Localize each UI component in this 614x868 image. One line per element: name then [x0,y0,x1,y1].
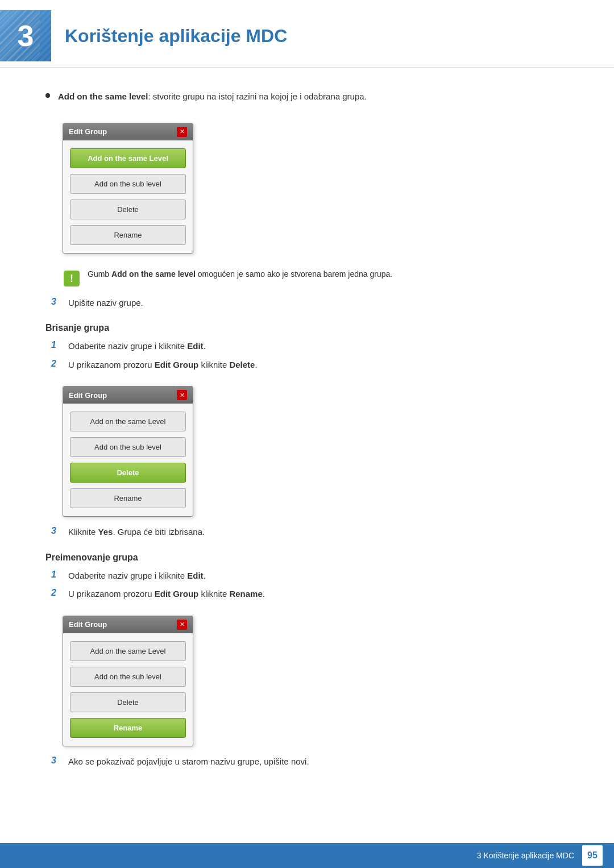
chapter-header: 3 Korištenje aplikacije MDC [0,0,614,68]
same-level-bullet-text: Add on the same level: stvorite grupu na… [58,90,367,103]
same-level-bullet: Add on the same level: stvorite grupu na… [45,90,569,103]
note1-suffix: omogućen je samo ako je stvorena barem j… [196,269,392,279]
dialog3-btn-delete[interactable]: Delete [70,692,186,712]
dialog3-btn-rename[interactable]: Rename [70,718,186,738]
dialog1-container: Edit Group ✕ Add on the same Level Add o… [63,123,193,254]
footer-text: 3 Korištenje aplikacije MDC [477,851,574,860]
dialog1-btn-sub-level[interactable]: Add on the sub level [70,174,186,194]
brisanje-step2-number: 2 [51,359,68,369]
dialog2-close-button[interactable]: ✕ [177,390,187,400]
brisanje-step2-text: U prikazanom prozoru Edit Group kliknite… [68,359,258,372]
preimenovanje-step1: 1 Odaberite naziv grupe i kliknite Edit. [51,570,569,583]
step-3-number: 3 [51,297,68,307]
preimenovanje-step1-number: 1 [51,570,68,580]
dialog1-titlebar: Edit Group ✕ [63,123,193,140]
dialog2-titlebar: Edit Group ✕ [63,387,193,404]
chapter-title: Korištenje aplikacije MDC [65,26,287,47]
dialog2-body: Add on the same Level Add on the sub lev… [63,404,193,516]
chapter-number: 3 [18,19,34,53]
brisanje-yes-bold: Yes [98,527,113,537]
dialog2-btn-delete[interactable]: Delete [70,463,186,483]
dialog2-btn-same-level[interactable]: Add on the same Level [70,412,186,431]
dialog1-body: Add on the same Level Add on the sub lev… [63,140,193,253]
preimenovanje-step1-text: Odaberite naziv grupe i kliknite Edit. [68,570,206,583]
preimenovanje-step1-edit: Edit [187,571,203,580]
step-3-text: Upišite naziv grupe. [68,297,143,310]
preimenovanje-step2-number: 2 [51,588,68,598]
same-level-suffix: : stvorite grupu na istoj razini na kojo… [148,92,366,101]
preimenovanje-heading: Preimenovanje grupa [45,553,569,563]
dialog2-container: Edit Group ✕ Add on the same Level Add o… [63,386,193,517]
dialog3-title: Edit Group [69,620,107,629]
preimenovanje-step2-rename: Rename [229,589,262,599]
preimenovanje-step3-number: 3 [51,755,68,766]
brisanje-step3: 3 Kliknite Yes. Grupa će biti izbrisana. [51,526,569,539]
chapter-number-box: 3 [0,10,51,61]
footer-page-number: 95 [582,845,603,866]
main-content: Add on the same level: stvorite grupu na… [0,85,614,808]
dialog3-btn-sub-level[interactable]: Add on the sub level [70,667,186,687]
same-level-bold: Add on the same level [58,92,148,101]
dialog3-container: Edit Group ✕ Add on the same Level Add o… [63,616,193,746]
dialog2-title: Edit Group [69,391,107,400]
brisanje-step1-edit: Edit [187,341,203,351]
note1-bold: Add on the same level [111,269,196,279]
page-footer: 3 Korištenje aplikacije MDC 95 [0,843,614,868]
note-icon: ! [63,269,81,288]
same-level-section: Add on the same level: stvorite grupu na… [45,90,569,103]
dialog3-titlebar: Edit Group ✕ [63,616,193,633]
brisanje-step1-number: 1 [51,340,68,350]
bullet-dot [45,93,50,98]
brisanje-step2-delete: Delete [229,360,255,369]
dialog1-title: Edit Group [69,127,107,136]
brisanje-step1-text: Odaberite naziv grupe i kliknite Edit. [68,340,206,353]
dialog3-close-button[interactable]: ✕ [177,620,187,630]
step-3-upisite: 3 Upišite naziv grupe. [51,297,569,310]
brisanje-step2: 2 U prikazanom prozoru Edit Group klikni… [51,359,569,372]
dialog2-box: Edit Group ✕ Add on the same Level Add o… [63,386,193,517]
brisanje-heading: Brisanje grupa [45,323,569,333]
brisanje-step3-text: Kliknite Yes. Grupa će biti izbrisana. [68,526,205,539]
note1-text: Gumb Add on the same level omogućen je s… [88,268,392,280]
dialog1-btn-delete[interactable]: Delete [70,200,186,219]
note1-box: ! Gumb Add on the same level omogućen je… [63,268,569,288]
preimenovanje-step3: 3 Ako se pokazivač pojavljuje u starom n… [51,755,569,769]
dialog3-btn-same-level[interactable]: Add on the same Level [70,641,186,661]
brisanje-step3-number: 3 [51,526,68,536]
preimenovanje-step2-editgroup: Edit Group [155,589,199,599]
svg-text:!: ! [70,273,73,284]
brisanje-step1: 1 Odaberite naziv grupe i kliknite Edit. [51,340,569,353]
dialog1-close-button[interactable]: ✕ [177,127,187,137]
preimenovanje-step3-text: Ako se pokazivač pojavljuje u starom naz… [68,755,309,769]
dialog1-btn-rename[interactable]: Rename [70,225,186,245]
dialog1-box: Edit Group ✕ Add on the same Level Add o… [63,123,193,254]
dialog3-body: Add on the same Level Add on the sub lev… [63,633,193,746]
preimenovanje-step2-text: U prikazanom prozoru Edit Group kliknite… [68,588,265,601]
dialog3-box: Edit Group ✕ Add on the same Level Add o… [63,616,193,746]
brisanje-step2-editgroup: Edit Group [155,360,199,369]
dialog2-btn-rename[interactable]: Rename [70,488,186,508]
preimenovanje-step2: 2 U prikazanom prozoru Edit Group klikni… [51,588,569,601]
dialog1-btn-same-level[interactable]: Add on the same Level [70,148,186,168]
dialog2-btn-sub-level[interactable]: Add on the sub level [70,437,186,457]
